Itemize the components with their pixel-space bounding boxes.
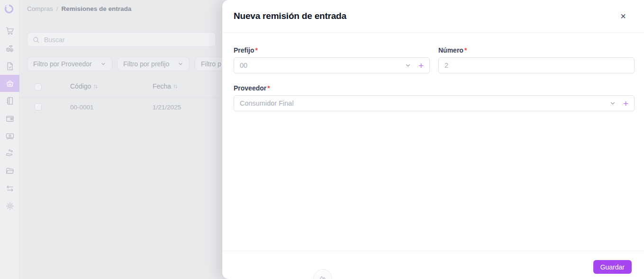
column-header-fecha[interactable]: Fecha ↑↓ bbox=[153, 82, 177, 90]
filter-third-label: Filtro p bbox=[201, 60, 221, 68]
column-codigo-label: Código bbox=[70, 82, 91, 90]
sidebar-item-ledger[interactable] bbox=[0, 96, 19, 106]
transfer-arrows-icon bbox=[5, 184, 15, 193]
save-button[interactable]: Guardar bbox=[593, 260, 632, 274]
sort-icon[interactable]: ↑↓ bbox=[93, 83, 97, 90]
hand-coins-icon bbox=[5, 148, 15, 158]
brand-logo-icon[interactable] bbox=[4, 4, 14, 14]
prefijo-label-text: Prefijo bbox=[234, 46, 254, 54]
search-input[interactable] bbox=[44, 36, 211, 44]
sidebar-item-remisiones[interactable] bbox=[0, 79, 19, 88]
sidebar-item-cart[interactable] bbox=[0, 26, 19, 36]
column-header-codigo[interactable]: Código ↑↓ bbox=[70, 82, 97, 90]
mountain-icon bbox=[317, 272, 328, 279]
numero-label-text: Número bbox=[438, 46, 463, 54]
chevron-down-icon bbox=[178, 61, 183, 67]
sort-icon[interactable]: ↑↓ bbox=[173, 83, 177, 90]
proveedor-select[interactable]: Consumidor Final + bbox=[234, 95, 635, 111]
sidebar-item-cash[interactable] bbox=[0, 131, 19, 141]
boxes-icon bbox=[5, 44, 15, 53]
required-asterisk: * bbox=[255, 46, 258, 54]
wallet-icon bbox=[5, 114, 15, 123]
prefijo-value: 00 bbox=[240, 62, 400, 69]
filter-proveedor[interactable]: Filtro por Proveedor bbox=[27, 57, 112, 71]
search-box[interactable] bbox=[27, 32, 216, 47]
numero-label: Número* bbox=[438, 46, 467, 54]
filter-prefijo[interactable]: Filtro por prefijo bbox=[117, 57, 190, 71]
basket-icon bbox=[5, 79, 15, 88]
cart-icon bbox=[5, 26, 15, 36]
add-proveedor-button[interactable]: + bbox=[623, 99, 628, 108]
prefijo-select[interactable]: 00 + bbox=[234, 57, 430, 73]
cell-codigo: 00-0001 bbox=[70, 104, 94, 111]
row-checkbox[interactable] bbox=[35, 103, 42, 110]
add-prefijo-button[interactable]: + bbox=[418, 61, 424, 70]
sidebar bbox=[0, 0, 19, 279]
drawer-title: Nueva remisión de entrada bbox=[234, 11, 346, 21]
breadcrumb-separator: / bbox=[56, 5, 58, 12]
filter-proveedor-label: Filtro por Proveedor bbox=[33, 60, 92, 68]
folder-icon bbox=[5, 166, 15, 176]
drawer-footer: Guardar bbox=[222, 251, 644, 279]
drawer-header: Nueva remisión de entrada × bbox=[222, 0, 644, 33]
breadcrumb-current: Remisiones de entrada bbox=[62, 5, 132, 12]
sidebar-item-products[interactable] bbox=[0, 44, 19, 53]
sidebar-item-files[interactable] bbox=[0, 166, 19, 176]
sidebar-item-payments[interactable] bbox=[0, 148, 19, 158]
chevron-down-icon[interactable] bbox=[609, 100, 616, 107]
chevron-down-icon[interactable] bbox=[405, 62, 411, 69]
required-asterisk: * bbox=[267, 84, 270, 92]
column-fecha-label: Fecha bbox=[153, 82, 171, 90]
breadcrumb-parent[interactable]: Compras bbox=[27, 5, 53, 12]
sidebar-item-transfers[interactable] bbox=[0, 184, 19, 193]
filter-prefijo-label: Filtro por prefijo bbox=[123, 60, 169, 68]
close-icon[interactable]: × bbox=[617, 9, 630, 23]
proveedor-label-text: Proveedor bbox=[234, 84, 266, 92]
notebook-icon bbox=[5, 96, 15, 106]
sidebar-item-documents[interactable] bbox=[0, 62, 19, 71]
chevron-down-icon bbox=[100, 61, 106, 67]
new-remission-drawer: Nueva remisión de entrada × Prefijo* 00 … bbox=[222, 0, 644, 279]
cell-fecha: 1/21/2025 bbox=[153, 104, 181, 111]
search-icon bbox=[32, 36, 40, 44]
file-check-icon bbox=[5, 62, 15, 71]
sidebar-item-wallet[interactable] bbox=[0, 114, 19, 123]
breadcrumb: Compras / Remisiones de entrada bbox=[27, 5, 131, 12]
gear-icon bbox=[5, 201, 15, 211]
proveedor-label: Proveedor* bbox=[234, 84, 270, 92]
banknote-icon bbox=[5, 131, 15, 141]
sidebar-item-settings[interactable] bbox=[0, 201, 19, 211]
select-all-checkbox[interactable] bbox=[35, 83, 42, 90]
numero-field[interactable] bbox=[438, 57, 635, 73]
proveedor-value: Consumidor Final bbox=[240, 99, 605, 107]
required-asterisk: * bbox=[464, 46, 467, 54]
numero-input[interactable] bbox=[444, 62, 628, 69]
prefijo-label: Prefijo* bbox=[234, 46, 258, 54]
